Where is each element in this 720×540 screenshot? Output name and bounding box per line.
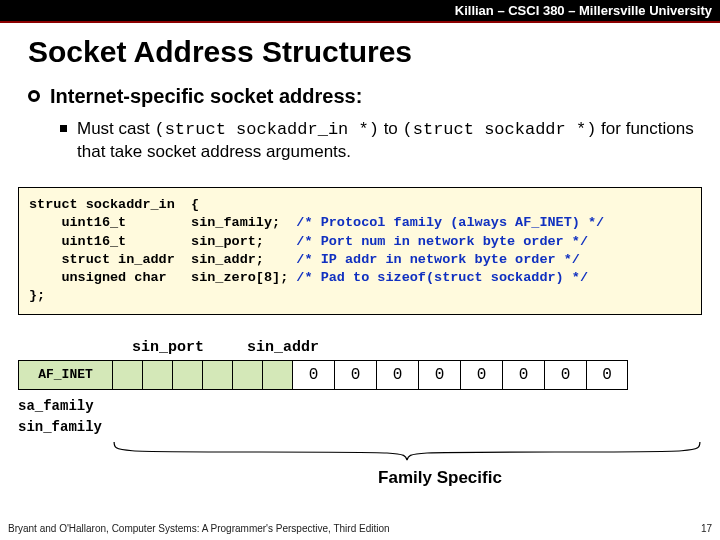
bullet2-pre: Must cast [77,119,154,138]
code-l1: struct sockaddr_in { [29,197,199,212]
cell-af-inet: AF_INET [18,360,112,390]
code-l4b: /* IP addr in network byte order */ [296,252,580,267]
cell-addr-1 [202,360,232,390]
code-l6: }; [29,288,45,303]
brace-icon [112,440,702,462]
footer-left: Bryant and O'Hallaron, Computer Systems:… [8,523,390,534]
code-l5b: /* Pad to sizeof(struct sockaddr) */ [296,270,588,285]
bullet-square-icon [60,125,67,132]
bullet2-mid: to [379,119,403,138]
cell-zero-0: 0 [292,360,334,390]
code-l3a: uint16_t sin_port; [29,234,296,249]
bullet-level1: Internet-specific socket address: [28,85,720,108]
bullet-circle-icon [28,90,40,102]
code-l3b: /* Port num in network byte order */ [296,234,588,249]
code-l5a: unsigned char sin_zero[8]; [29,270,296,285]
cell-zero-7: 0 [586,360,628,390]
struct-diagram: sin_port sin_addr AF_INET 0 0 0 0 0 0 0 … [18,339,702,488]
top-labels: sin_port sin_addr [18,339,702,356]
byte-row: AF_INET 0 0 0 0 0 0 0 0 [18,360,702,390]
cell-zero-5: 0 [502,360,544,390]
cell-port-0 [112,360,142,390]
code-l2b: /* Protocol family (always AF_INET) */ [296,215,604,230]
cell-zero-1: 0 [334,360,376,390]
cell-zero-3: 0 [418,360,460,390]
cell-addr-3 [262,360,292,390]
label-sin-port: sin_port [108,339,228,356]
footer-page-number: 17 [701,523,712,534]
bullet2-code2: (struct sockaddr *) [403,120,597,139]
brace-row [18,440,702,468]
footer: Bryant and O'Hallaron, Computer Systems:… [8,523,712,534]
code-l2a: uint16_t sin_family; [29,215,296,230]
label-sa-family: sa_family [18,396,702,417]
cell-addr-0 [172,360,202,390]
label-sin-family: sin_family [18,417,702,438]
below-labels: sa_family sin_family [18,396,702,438]
cell-addr-2 [232,360,262,390]
course-header: Killian – CSCI 380 – Millersville Univer… [0,0,720,23]
code-block: struct sockaddr_in { uint16_t sin_family… [18,187,702,314]
bullet-level2: Must cast (struct sockaddr_in *) to (str… [60,118,720,163]
cell-zero-6: 0 [544,360,586,390]
label-sin-addr: sin_addr [228,339,338,356]
code-l4a: struct in_addr sin_addr; [29,252,296,267]
bullet2-text: Must cast (struct sockaddr_in *) to (str… [77,118,720,163]
bullet2-code1: (struct sockaddr_in *) [154,120,378,139]
cell-zero-2: 0 [376,360,418,390]
cell-zero-4: 0 [460,360,502,390]
bullet1-text: Internet-specific socket address: [50,85,362,108]
slide-title: Socket Address Structures [28,35,720,69]
cell-port-1 [142,360,172,390]
label-family-specific: Family Specific [178,468,702,488]
